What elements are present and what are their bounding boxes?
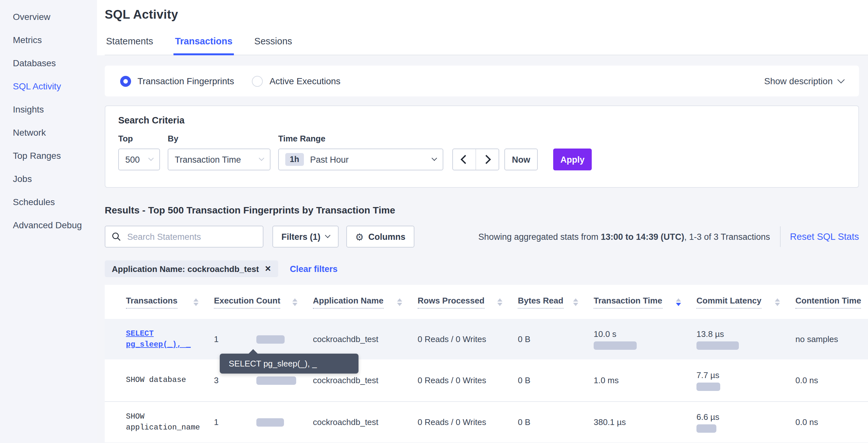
column-header-rows-processed[interactable]: Rows Processed	[417, 295, 518, 308]
radio-label: Active Executions	[270, 76, 341, 86]
time-range-select[interactable]: 1h Past Hour	[278, 149, 443, 170]
sidebar-item-network[interactable]: Network	[0, 121, 97, 144]
sidebar-item-metrics[interactable]: Metrics	[0, 28, 97, 52]
transaction-time-bar	[594, 341, 637, 350]
by-select-value: Transaction Time	[175, 155, 241, 164]
transaction-time-cell: 1.0 ms	[594, 376, 696, 385]
tab-bar: Statements Transactions Sessions	[105, 36, 868, 55]
search-icon	[112, 232, 121, 241]
sidebar-item-insights[interactable]: Insights	[0, 98, 97, 121]
sidebar-item-sql-activity[interactable]: SQL Activity	[0, 75, 97, 98]
now-button[interactable]: Now	[504, 149, 538, 170]
column-header-contention-time[interactable]: Contention Time	[796, 295, 868, 308]
search-statements-box	[105, 226, 264, 247]
filter-chip-row: Application Name: cockroachdb_test ✕ Cle…	[105, 260, 868, 277]
results-heading: Results - Top 500 Transaction Fingerprin…	[105, 204, 868, 215]
sort-icon[interactable]	[193, 298, 198, 306]
column-header-commit-latency[interactable]: Commit Latency	[696, 295, 796, 308]
bytes-read-cell: 0 B	[518, 417, 594, 427]
sidebar-item-top-ranges[interactable]: Top Ranges	[0, 144, 97, 167]
show-description-label: Show description	[764, 76, 833, 86]
next-time-button[interactable]	[476, 149, 499, 170]
columns-button[interactable]: ⚙ Columns	[346, 226, 414, 247]
column-header-transaction-time[interactable]: Transaction Time	[594, 295, 696, 308]
by-select[interactable]: Transaction Time	[168, 149, 271, 170]
transaction-time-cell: 10.0 s	[594, 329, 696, 350]
chevron-down-icon	[259, 156, 265, 161]
columns-label: Columns	[368, 232, 405, 241]
search-statements-input[interactable]	[126, 231, 256, 242]
execution-count-cell: 1	[214, 402, 313, 442]
sidebar-item-overview[interactable]: Overview	[0, 5, 97, 28]
column-header-application-name[interactable]: Application Name	[313, 295, 417, 308]
filters-label: Filters (1)	[281, 232, 320, 241]
top-field: Top 500	[118, 134, 160, 170]
close-icon[interactable]: ✕	[265, 264, 271, 273]
page-title: SQL Activity	[105, 8, 868, 22]
radio-label: Transaction Fingerprints	[137, 76, 234, 86]
sidebar-item-jobs[interactable]: Jobs	[0, 167, 97, 190]
stats-group: Showing aggregated stats from 13:00 to 1…	[478, 226, 859, 247]
commit-latency-cell: 13.8 µs	[696, 329, 796, 350]
radio-active-executions[interactable]: Active Executions	[252, 76, 341, 87]
top-label: Top	[118, 134, 160, 143]
sidebar-item-advanced-debug[interactable]: Advanced Debug	[0, 213, 97, 237]
sort-icon-active-desc[interactable]	[676, 298, 681, 306]
sort-icon[interactable]	[573, 298, 578, 306]
chevron-down-icon	[325, 233, 330, 238]
top-select-value: 500	[125, 155, 140, 164]
commit-latency-bar	[696, 382, 720, 391]
application-name-cell: cockroachdb_test	[313, 376, 417, 385]
by-field: By Transaction Time	[168, 134, 271, 170]
rows-processed-cell: 0 Reads / 0 Writes	[417, 334, 518, 344]
column-header-transactions[interactable]: Transactions	[126, 295, 214, 308]
bytes-read-cell: 0 B	[518, 334, 594, 344]
radio-transaction-fingerprints[interactable]: Transaction Fingerprints	[120, 76, 234, 87]
transaction-fingerprint-link[interactable]: SELECT pg_sleep(_), _	[126, 328, 198, 350]
apply-button[interactable]: Apply	[553, 149, 592, 170]
filters-button[interactable]: Filters (1)	[272, 226, 339, 247]
previous-time-button[interactable]	[453, 149, 476, 170]
sidebar-item-schedules[interactable]: Schedules	[0, 190, 97, 213]
filter-chip-application-name[interactable]: Application Name: cockroachdb_test ✕	[105, 260, 278, 277]
transaction-fingerprint-link[interactable]: SHOW database	[126, 375, 198, 386]
search-criteria-card: Search Criteria Top 500 By T	[105, 106, 859, 188]
sort-icon[interactable]	[497, 298, 502, 306]
sidebar: Overview Metrics Databases SQL Activity …	[0, 0, 97, 443]
time-pager	[452, 149, 499, 170]
transaction-fingerprint-link[interactable]: SHOW application_name	[126, 411, 198, 433]
chevron-down-icon	[148, 156, 154, 161]
transaction-time-cell: 380.1 µs	[594, 417, 696, 427]
sidebar-item-databases[interactable]: Databases	[0, 52, 97, 75]
sort-icon[interactable]	[775, 298, 780, 306]
time-range-label: Time Range	[278, 134, 443, 143]
column-header-bytes-read[interactable]: Bytes Read	[518, 295, 594, 308]
transaction-fingerprint-cell: SHOW application_name	[126, 411, 214, 433]
reset-sql-stats-link[interactable]: Reset SQL Stats	[790, 232, 859, 242]
by-label: By	[168, 134, 271, 143]
app-window: Overview Metrics Databases SQL Activity …	[0, 0, 868, 443]
transaction-fingerprint-cell: SELECT pg_sleep(_), _	[126, 328, 214, 350]
clear-filters-link[interactable]: Clear filters	[290, 264, 338, 273]
tab-statements[interactable]: Statements	[105, 36, 155, 55]
contention-time-cell: 0.0 ns	[796, 376, 868, 385]
top-select[interactable]: 500	[118, 149, 160, 170]
statement-tooltip: SELECT pg_sleep(_), _	[220, 354, 359, 374]
commit-latency-bar	[696, 424, 716, 433]
show-description-toggle[interactable]: Show description	[764, 76, 844, 86]
vertical-divider	[780, 226, 780, 247]
chevron-down-icon	[837, 76, 845, 84]
time-range-field: Time Range 1h Past Hour	[278, 134, 443, 170]
tab-transactions[interactable]: Transactions	[174, 36, 234, 55]
chevron-down-icon	[432, 156, 437, 161]
radio-unselected-icon	[252, 76, 263, 87]
sort-icon[interactable]	[397, 298, 402, 306]
time-range-badge: 1h	[285, 153, 304, 166]
chevron-right-icon	[482, 155, 491, 164]
search-criteria-fields: Top 500 By Transaction Time	[118, 134, 845, 170]
contention-time-cell: 0.0 ns	[796, 417, 868, 427]
execution-count-bar	[256, 335, 285, 343]
sort-icon[interactable]	[292, 298, 298, 306]
column-header-execution-count[interactable]: Execution Count	[214, 295, 313, 308]
tab-sessions[interactable]: Sessions	[253, 36, 293, 55]
